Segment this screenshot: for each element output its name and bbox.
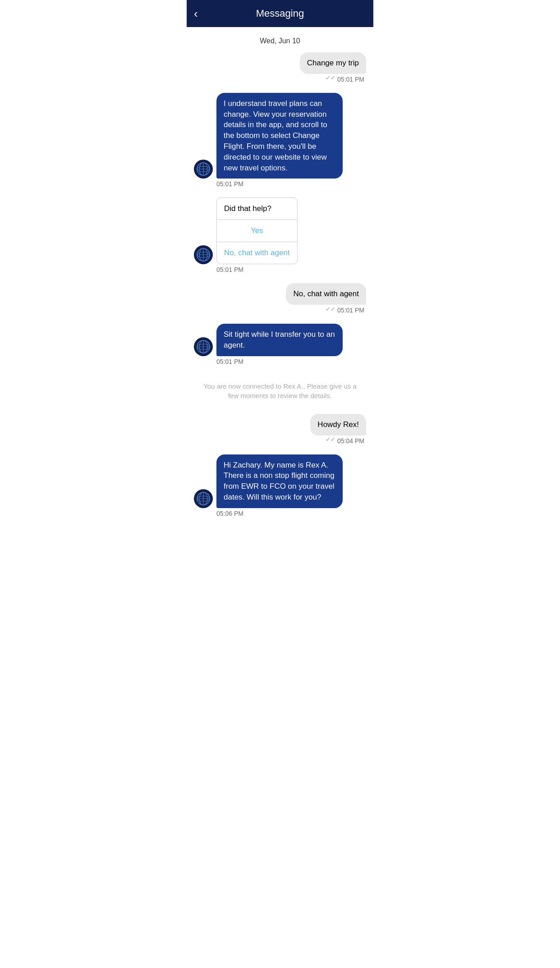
message-row: Howdy Rex! ✓✓ 05:04 PM [194, 414, 366, 445]
back-button[interactable]: ‹ [194, 8, 198, 19]
message-row: Hi Zachary. My name is Rex A. There is a… [194, 454, 366, 517]
card-option-yes[interactable]: Yes [217, 220, 297, 242]
bot-bubble: I understand travel plans can change. Vi… [216, 93, 343, 179]
read-checkmarks: ✓✓ [326, 74, 335, 81]
header-title: Messaging [256, 8, 304, 19]
read-checkmarks: ✓✓ [326, 306, 335, 312]
message-row: Did that help? Yes No, chat with agent 0… [194, 197, 366, 273]
user-bubble: No, chat with agent [286, 283, 366, 305]
header: ‹ Messaging [187, 0, 373, 27]
user-bubble: Howdy Rex! [310, 414, 366, 436]
card-option-no-agent[interactable]: No, chat with agent [217, 242, 297, 264]
message-timestamp: 05:01 PM [216, 358, 243, 365]
bot-avatar [194, 245, 213, 264]
message-timestamp: 05:01 PM [337, 76, 364, 83]
messages-area: Wed, Jun 10 Change my trip ✓✓ 05:01 PM I… [187, 27, 373, 532]
read-checkmarks: ✓✓ [326, 436, 335, 443]
bot-avatar [194, 160, 213, 179]
date-divider: Wed, Jun 10 [194, 37, 366, 45]
message-timestamp: 05:06 PM [216, 510, 243, 517]
message-timestamp: 05:01 PM [216, 266, 243, 273]
bot-avatar [194, 337, 213, 356]
message-row: I understand travel plans can change. Vi… [194, 93, 366, 188]
bot-bubble: Sit tight while I transfer you to an age… [216, 324, 343, 356]
system-notice: You are now connected to Rex A.. Please … [203, 381, 357, 400]
card-question: Did that help? [217, 198, 297, 220]
message-timestamp: 05:04 PM [337, 437, 364, 445]
user-bubble: Change my trip [300, 52, 366, 74]
message-row: No, chat with agent ✓✓ 05:01 PM [194, 283, 366, 314]
message-timestamp: 05:01 PM [337, 307, 364, 314]
message-timestamp: 05:01 PM [216, 180, 243, 188]
bot-card: Did that help? Yes No, chat with agent [216, 197, 298, 264]
bot-avatar [194, 489, 213, 508]
bot-bubble: Hi Zachary. My name is Rex A. There is a… [216, 454, 343, 508]
message-row: Change my trip ✓✓ 05:01 PM [194, 52, 366, 83]
message-row: Sit tight while I transfer you to an age… [194, 324, 366, 365]
